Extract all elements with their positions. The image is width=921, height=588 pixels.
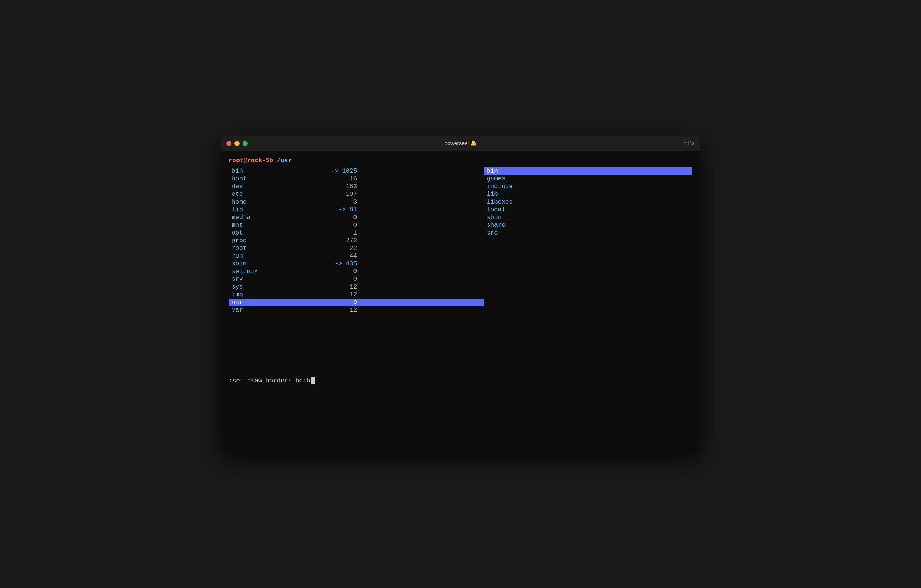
list-item[interactable]: share xyxy=(484,221,692,229)
list-item[interactable]: tmp12 xyxy=(229,291,484,299)
dir-size: 44 xyxy=(314,253,360,260)
dir-name: bin xyxy=(487,168,498,175)
dir-name: boot xyxy=(229,175,314,182)
list-item[interactable]: root22 xyxy=(229,245,484,252)
dir-name: local xyxy=(487,206,505,213)
dir-size: 0 xyxy=(314,268,360,275)
dir-size: 16 xyxy=(314,175,360,182)
list-item[interactable]: sys12 xyxy=(229,283,484,291)
dir-name: selinux xyxy=(229,268,314,275)
dir-name: srv xyxy=(229,276,314,283)
list-item[interactable]: src xyxy=(484,229,692,237)
traffic-lights xyxy=(226,141,248,146)
dir-name: run xyxy=(229,253,314,260)
command-line[interactable]: :set draw_borders both xyxy=(229,376,692,386)
dir-size: 0 xyxy=(314,214,360,221)
dir-size: -> 1025 xyxy=(314,168,360,175)
list-item[interactable]: local xyxy=(484,206,692,214)
left-pane: bin-> 1025boot16dev183etc197home3lib-> 8… xyxy=(229,167,484,314)
dir-name: opt xyxy=(229,229,314,236)
dir-size: 9 xyxy=(314,299,360,306)
list-item[interactable]: sbin-> 435 xyxy=(229,260,484,268)
dir-name: games xyxy=(487,175,505,182)
terminal-window: powersee 🔔 ⌃⌘2 root@rock-5b /usr bin-> 1… xyxy=(221,136,700,452)
list-item[interactable]: libexec xyxy=(484,198,692,206)
list-item[interactable]: selinux0 xyxy=(229,268,484,275)
dir-name: lib xyxy=(487,191,498,198)
list-item[interactable]: home3 xyxy=(229,198,484,206)
maximize-button[interactable] xyxy=(243,141,248,146)
dir-name: usr xyxy=(229,299,314,306)
list-item[interactable]: bin-> 1025 xyxy=(229,167,484,175)
list-item[interactable]: mnt0 xyxy=(229,221,484,229)
dir-size: 12 xyxy=(314,284,360,291)
list-item[interactable]: etc197 xyxy=(229,190,484,198)
dir-name: include xyxy=(487,183,513,190)
command-text: :set draw_borders both xyxy=(229,377,310,384)
list-item[interactable]: lib xyxy=(484,190,692,198)
dir-size: 12 xyxy=(314,291,360,298)
shortcut-label: ⌃⌘2 xyxy=(683,141,695,146)
dir-name: mnt xyxy=(229,222,314,229)
dir-size: 12 xyxy=(314,307,360,314)
list-item[interactable]: lib-> 81 xyxy=(229,206,484,214)
list-item[interactable]: sbin xyxy=(484,214,692,221)
title-text: powersee xyxy=(444,140,468,146)
dir-size: 197 xyxy=(314,191,360,198)
dir-size: -> 435 xyxy=(314,260,360,267)
window-title: powersee 🔔 xyxy=(444,140,477,146)
list-item[interactable]: opt1 xyxy=(229,229,484,237)
close-button[interactable] xyxy=(226,141,231,146)
dir-size: 22 xyxy=(314,245,360,252)
prompt-line: root@rock-5b /usr xyxy=(229,157,692,164)
dir-name: libexec xyxy=(487,199,513,206)
dir-size: 3 xyxy=(314,199,360,206)
dir-name: sbin xyxy=(229,260,314,267)
dir-name: src xyxy=(487,229,498,236)
dir-name: share xyxy=(487,222,505,229)
right-pane: bingamesincludeliblibexeclocalsbinshares… xyxy=(484,167,692,314)
dir-name: var xyxy=(229,307,314,314)
dir-name: tmp xyxy=(229,291,314,298)
dir-name: etc xyxy=(229,191,314,198)
dir-name: root xyxy=(229,245,314,252)
dir-name: proc xyxy=(229,237,314,244)
prompt-user: root@rock-5b xyxy=(229,157,273,164)
content-area: bin-> 1025boot16dev183etc197home3lib-> 8… xyxy=(229,167,692,314)
dir-name: sys xyxy=(229,284,314,291)
dir-name: media xyxy=(229,214,314,221)
list-item[interactable]: boot16 xyxy=(229,175,484,183)
list-item[interactable]: bin xyxy=(484,167,692,175)
terminal-body[interactable]: root@rock-5b /usr bin-> 1025boot16dev183… xyxy=(221,151,700,452)
dir-size: 1 xyxy=(314,229,360,236)
dir-size: 0 xyxy=(314,276,360,283)
list-item[interactable]: dev183 xyxy=(229,183,484,190)
list-item[interactable]: proc272 xyxy=(229,237,484,245)
cursor xyxy=(311,377,315,384)
dir-size: 272 xyxy=(314,237,360,244)
list-item[interactable]: media0 xyxy=(229,214,484,221)
list-item[interactable]: var12 xyxy=(229,306,484,314)
bell-icon: 🔔 xyxy=(470,140,477,146)
dir-name: bin xyxy=(229,168,314,175)
prompt-path: /usr xyxy=(277,157,292,164)
dir-name: lib xyxy=(229,206,314,213)
dir-name: dev xyxy=(229,183,314,190)
dir-size: -> 81 xyxy=(314,206,360,213)
list-item[interactable]: games xyxy=(484,175,692,183)
dir-size: 0 xyxy=(314,222,360,229)
dir-name: home xyxy=(229,199,314,206)
list-item[interactable]: srv0 xyxy=(229,275,484,283)
dir-size: 183 xyxy=(314,183,360,190)
list-item[interactable]: include xyxy=(484,183,692,190)
minimize-button[interactable] xyxy=(234,141,240,146)
list-item[interactable]: usr9 xyxy=(229,299,484,306)
titlebar: powersee 🔔 ⌃⌘2 xyxy=(221,136,700,151)
dir-name: sbin xyxy=(487,214,501,221)
list-item[interactable]: run44 xyxy=(229,252,484,260)
